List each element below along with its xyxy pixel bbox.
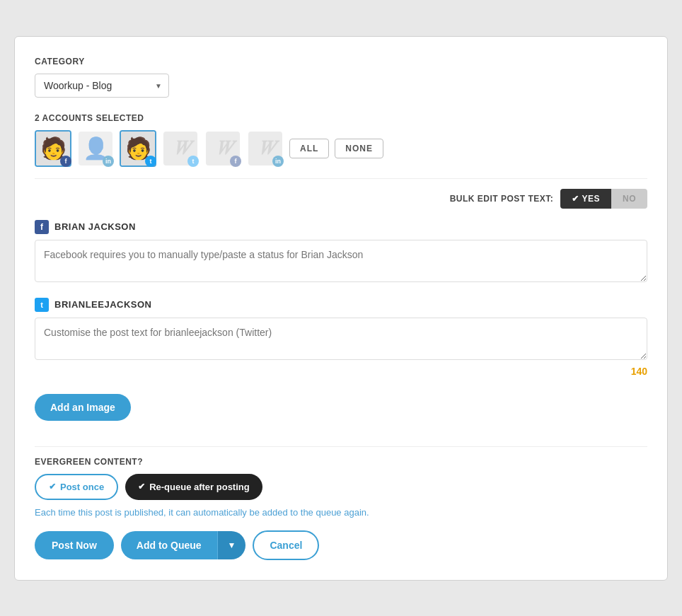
category-select-wrapper[interactable]: Woorkup - Blog General Social: [35, 74, 169, 98]
account-avatar-6[interactable]: 𝑊 in: [247, 130, 284, 167]
requeue-button[interactable]: ✔ Re-queue after posting: [125, 474, 262, 500]
twitter-account-header: t BRIANLEEJACKSON: [35, 298, 647, 312]
category-label: CATEGORY: [35, 57, 647, 66]
bulk-edit-row: BULK EDIT POST TEXT: ✔ YES NO: [35, 189, 647, 209]
requeue-label: Re-queue after posting: [149, 482, 250, 492]
linkedin-badge-6: in: [272, 156, 284, 167]
facebook-icon: f: [35, 220, 49, 234]
account-avatar-4[interactable]: 𝑊 t: [162, 130, 199, 167]
accounts-row: 🧑 f 👤 in 🧑 t 𝑊 t 𝑊 f: [35, 130, 647, 167]
linkedin-badge-2: in: [103, 156, 114, 167]
facebook-badge-1: f: [60, 156, 71, 167]
accounts-label: 2 ACCOUNTS SELECTED: [35, 113, 647, 123]
account-avatar-1[interactable]: 🧑 f: [35, 130, 71, 167]
account-avatar-5[interactable]: 𝑊 f: [204, 130, 241, 167]
all-button[interactable]: ALL: [289, 139, 329, 158]
add-queue-group: Add to Queue ▼: [121, 531, 246, 559]
post-now-button[interactable]: Post Now: [35, 531, 114, 559]
evergreen-section: EVERGREEN CONTENT? ✔ Post once ✔ Re-queu…: [35, 457, 647, 518]
add-image-button[interactable]: Add an Image: [35, 394, 131, 421]
twitter-post-textarea[interactable]: [35, 318, 647, 360]
twitter-account-name: BRIANLEEJACKSON: [54, 299, 152, 310]
divider-2: [35, 446, 647, 447]
requeue-checkmark: ✔: [138, 482, 145, 492]
evergreen-buttons: ✔ Post once ✔ Re-queue after posting: [35, 474, 647, 500]
post-once-label: Post once: [60, 482, 104, 492]
twitter-badge-4: t: [187, 156, 199, 167]
add-to-queue-button[interactable]: Add to Queue: [121, 531, 217, 559]
twitter-account-block: t BRIANLEEJACKSON 140: [35, 298, 647, 377]
category-dropdown[interactable]: Woorkup - Blog General Social: [35, 74, 169, 98]
post-once-checkmark: ✔: [49, 482, 56, 492]
facebook-badge-5: f: [230, 156, 241, 167]
accounts-section: 2 ACCOUNTS SELECTED 🧑 f 👤 in 🧑 t 𝑊 t: [35, 113, 647, 167]
none-button[interactable]: NONE: [335, 139, 383, 158]
bulk-edit-yes-button[interactable]: ✔ YES: [560, 189, 611, 209]
twitter-icon: t: [35, 298, 49, 312]
bulk-edit-no-button[interactable]: NO: [611, 189, 647, 209]
account-avatar-2[interactable]: 👤 in: [77, 130, 114, 167]
main-card: CATEGORY Woorkup - Blog General Social 2…: [14, 36, 668, 581]
bulk-edit-label: BULK EDIT POST TEXT:: [450, 194, 554, 204]
char-count: 140: [35, 366, 647, 377]
cancel-button[interactable]: Cancel: [253, 530, 319, 560]
facebook-account-header: f BRIAN JACKSON: [35, 220, 647, 234]
facebook-account-block: f BRIAN JACKSON: [35, 220, 647, 285]
post-once-button[interactable]: ✔ Post once: [35, 474, 118, 500]
divider-1: [35, 178, 647, 179]
evergreen-label: EVERGREEN CONTENT?: [35, 457, 647, 467]
twitter-badge-3: t: [145, 156, 156, 167]
facebook-post-textarea[interactable]: [35, 240, 647, 282]
actions-row: Post Now Add to Queue ▼ Cancel: [35, 530, 647, 560]
evergreen-note: Each time this post is published, it can…: [35, 507, 647, 518]
add-to-queue-arrow-button[interactable]: ▼: [217, 531, 246, 559]
facebook-account-name: BRIAN JACKSON: [54, 221, 136, 232]
account-avatar-3[interactable]: 🧑 t: [120, 130, 156, 167]
